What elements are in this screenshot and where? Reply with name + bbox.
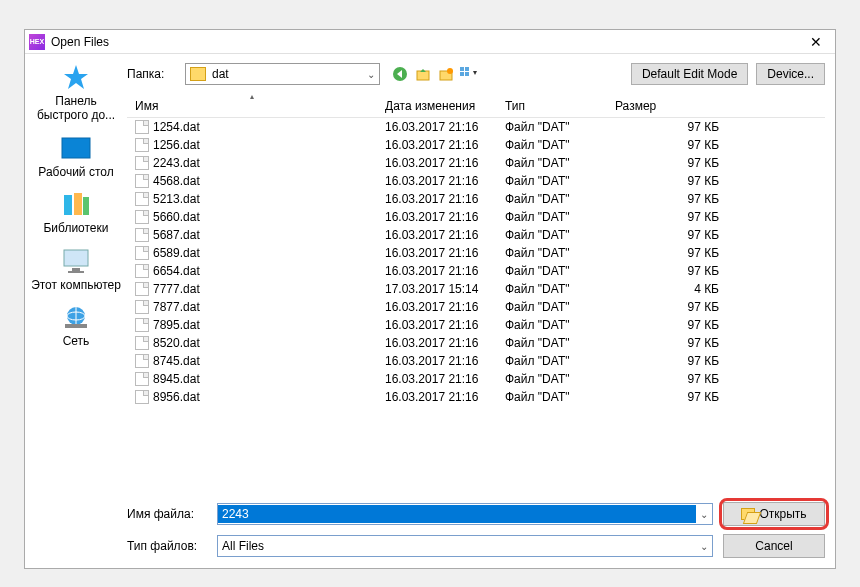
file-type-cell: Файл "DAT" — [497, 228, 607, 242]
close-icon[interactable]: ✕ — [801, 34, 831, 50]
toolbar: Папка: dat ⌄ Default Edit Mode Device... — [127, 60, 825, 88]
file-type-cell: Файл "DAT" — [497, 372, 607, 386]
cancel-button[interactable]: Cancel — [723, 534, 825, 558]
table-row[interactable]: 2243.dat16.03.2017 21:16Файл "DAT"97 КБ — [127, 154, 825, 172]
file-type-cell: Файл "DAT" — [497, 354, 607, 368]
sidebar-item-label: Рабочий стол — [38, 165, 113, 179]
computer-icon — [58, 246, 94, 276]
table-row[interactable]: 6654.dat16.03.2017 21:16Файл "DAT"97 КБ — [127, 262, 825, 280]
file-list: ▴Имя Дата изменения Тип Размер 1254.dat1… — [127, 94, 825, 492]
file-size-cell: 97 КБ — [607, 156, 727, 170]
file-type-cell: Файл "DAT" — [497, 120, 607, 134]
dialog-body: Панель быстрого до... Рабочий стол Библи… — [25, 54, 835, 492]
sidebar-item-desktop[interactable]: Рабочий стол — [31, 133, 121, 179]
back-icon[interactable] — [390, 64, 410, 84]
table-row[interactable]: 8745.dat16.03.2017 21:16Файл "DAT"97 КБ — [127, 352, 825, 370]
file-icon — [135, 300, 149, 314]
file-size-cell: 97 КБ — [607, 138, 727, 152]
view-menu-icon[interactable] — [459, 64, 479, 84]
table-row[interactable]: 4568.dat16.03.2017 21:16Файл "DAT"97 КБ — [127, 172, 825, 190]
filetype-dropdown[interactable]: All Files ⌄ — [217, 535, 713, 557]
svg-marker-0 — [64, 65, 88, 89]
table-row[interactable]: 5687.dat16.03.2017 21:16Файл "DAT"97 КБ — [127, 226, 825, 244]
nav-icons — [390, 64, 479, 84]
sort-asc-icon: ▴ — [250, 94, 254, 101]
filename-label: Имя файла: — [127, 507, 207, 521]
sidebar-item-this-pc[interactable]: Этот компьютер — [31, 246, 121, 292]
file-date-cell: 16.03.2017 21:16 — [377, 372, 497, 386]
titlebar: HEX Open Files ✕ — [25, 30, 835, 54]
file-icon — [135, 138, 149, 152]
filename-row: Имя файла: 2243 ⌄ Открыть — [127, 502, 825, 526]
file-type-cell: Файл "DAT" — [497, 390, 607, 404]
svg-rect-18 — [460, 72, 464, 76]
filetype-value: All Files — [218, 537, 696, 555]
table-row[interactable]: 5660.dat16.03.2017 21:16Файл "DAT"97 КБ — [127, 208, 825, 226]
file-size-cell: 97 КБ — [607, 192, 727, 206]
file-name-cell: 1254.dat — [127, 120, 377, 135]
file-size-cell: 4 КБ — [607, 282, 727, 296]
up-folder-icon[interactable] — [413, 64, 433, 84]
table-row[interactable]: 8956.dat16.03.2017 21:16Файл "DAT"97 КБ — [127, 388, 825, 406]
table-row[interactable]: 8945.dat16.03.2017 21:16Файл "DAT"97 КБ — [127, 370, 825, 388]
file-name-cell: 5660.dat — [127, 210, 377, 225]
file-name-cell: 4568.dat — [127, 174, 377, 189]
file-date-cell: 16.03.2017 21:16 — [377, 120, 497, 134]
file-size-cell: 97 КБ — [607, 336, 727, 350]
file-date-cell: 16.03.2017 21:16 — [377, 210, 497, 224]
dialog-title: Open Files — [51, 35, 801, 49]
file-size-cell: 97 КБ — [607, 174, 727, 188]
file-date-cell: 16.03.2017 21:16 — [377, 156, 497, 170]
svg-rect-7 — [68, 271, 84, 273]
file-name-cell: 8520.dat — [127, 336, 377, 351]
file-size-cell: 97 КБ — [607, 318, 727, 332]
file-name-cell: 7777.dat — [127, 282, 377, 297]
column-header-type[interactable]: Тип — [497, 94, 607, 117]
sidebar-item-quick-access[interactable]: Панель быстрого до... — [31, 62, 121, 123]
table-row[interactable]: 7895.dat16.03.2017 21:16Файл "DAT"97 КБ — [127, 316, 825, 334]
new-folder-icon[interactable] — [436, 64, 456, 84]
open-button[interactable]: Открыть — [723, 502, 825, 526]
places-sidebar: Панель быстрого до... Рабочий стол Библи… — [25, 54, 127, 492]
filename-input[interactable]: 2243 ⌄ — [217, 503, 713, 525]
file-type-cell: Файл "DAT" — [497, 318, 607, 332]
sidebar-item-libraries[interactable]: Библиотеки — [31, 189, 121, 235]
file-name-cell: 7877.dat — [127, 300, 377, 315]
column-header-name[interactable]: ▴Имя — [127, 94, 377, 117]
file-date-cell: 16.03.2017 21:16 — [377, 174, 497, 188]
column-header-date[interactable]: Дата изменения — [377, 94, 497, 117]
folder-icon — [190, 67, 206, 81]
file-name-cell: 1256.dat — [127, 138, 377, 153]
default-edit-mode-button[interactable]: Default Edit Mode — [631, 63, 748, 85]
file-type-cell: Файл "DAT" — [497, 336, 607, 350]
file-icon — [135, 282, 149, 296]
folder-dropdown[interactable]: dat ⌄ — [185, 63, 380, 85]
sidebar-item-network[interactable]: Сеть — [31, 302, 121, 348]
device-button[interactable]: Device... — [756, 63, 825, 85]
file-name-cell: 2243.dat — [127, 156, 377, 171]
file-size-cell: 97 КБ — [607, 300, 727, 314]
file-icon — [135, 246, 149, 260]
table-row[interactable]: 8520.dat16.03.2017 21:16Файл "DAT"97 КБ — [127, 334, 825, 352]
svg-rect-17 — [465, 67, 469, 71]
file-icon — [135, 390, 149, 404]
open-folder-icon — [741, 508, 755, 520]
desktop-icon — [58, 133, 94, 163]
table-row[interactable]: 1256.dat16.03.2017 21:16Файл "DAT"97 КБ — [127, 136, 825, 154]
column-header-size[interactable]: Размер — [607, 94, 727, 117]
table-row[interactable]: 1254.dat16.03.2017 21:16Файл "DAT"97 КБ — [127, 118, 825, 136]
file-icon — [135, 336, 149, 350]
file-type-cell: Файл "DAT" — [497, 156, 607, 170]
file-date-cell: 16.03.2017 21:16 — [377, 318, 497, 332]
table-row[interactable]: 7877.dat16.03.2017 21:16Файл "DAT"97 КБ — [127, 298, 825, 316]
folder-label: Папка: — [127, 67, 177, 81]
table-row[interactable]: 7777.dat17.03.2017 15:14Файл "DAT"4 КБ — [127, 280, 825, 298]
file-icon — [135, 228, 149, 242]
file-type-cell: Файл "DAT" — [497, 174, 607, 188]
table-row[interactable]: 5213.dat16.03.2017 21:16Файл "DAT"97 КБ — [127, 190, 825, 208]
table-row[interactable]: 6589.dat16.03.2017 21:16Файл "DAT"97 КБ — [127, 244, 825, 262]
filename-value: 2243 — [218, 505, 696, 523]
file-size-cell: 97 КБ — [607, 372, 727, 386]
main-panel: Папка: dat ⌄ Default Edit Mode Device... — [127, 54, 835, 492]
file-icon — [135, 210, 149, 224]
